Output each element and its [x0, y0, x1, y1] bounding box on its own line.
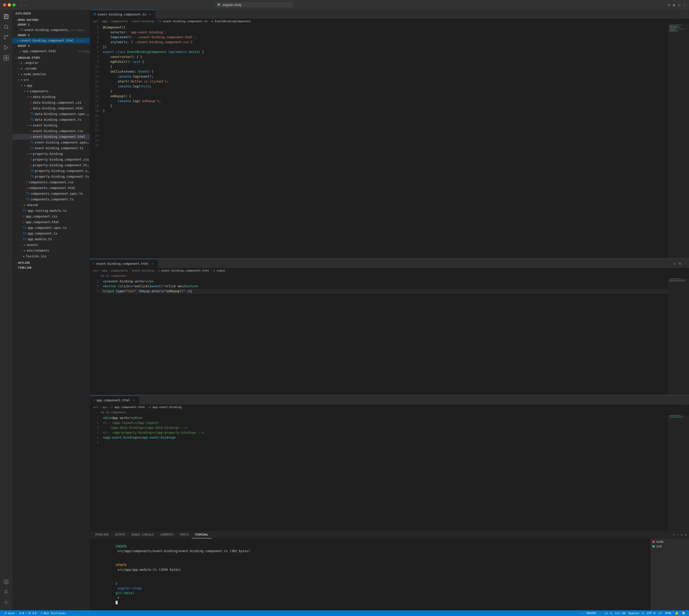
- app-folder[interactable]: ▾ ▾ app: [13, 83, 90, 88]
- data-binding-spec-file[interactable]: TS data-binding.component.spec.ts: [13, 111, 90, 117]
- encoding-item[interactable]: UTF-8: [645, 610, 657, 616]
- editor-scroll-2[interactable]: 123 <p>event-binding works!</p> <button …: [90, 278, 689, 395]
- panel-tab-problems[interactable]: PROBLEMS: [92, 531, 112, 538]
- tab-app-html-close[interactable]: ✕: [132, 398, 136, 402]
- panel-tab-comments[interactable]: COMMENTS: [157, 531, 177, 538]
- data-binding-css-file[interactable]: # data-binding.component.css: [13, 100, 90, 106]
- terminal-more-btn[interactable]: ···: [676, 533, 679, 536]
- panel-tab-terminal[interactable]: TERMINAL: [192, 531, 212, 538]
- sidebar-more-button[interactable]: ···: [80, 12, 87, 15]
- more-btn-3[interactable]: ···: [683, 398, 687, 402]
- project-section[interactable]: ▾ ANGULAR-STUDY: [13, 55, 90, 60]
- shared-folder[interactable]: › ▸ shared: [13, 202, 90, 208]
- explorer-activity-icon[interactable]: [2, 12, 11, 21]
- code-area-2[interactable]: 123 <p>event-binding works!</p> <button …: [90, 278, 689, 395]
- zsh-session[interactable]: zsh: [650, 544, 689, 549]
- property-binding-spec-file[interactable]: TS property-binding.component.spec.ts: [13, 168, 90, 174]
- event-binding-spec-file[interactable]: TS event-binding.component.spec.ts: [13, 140, 90, 145]
- property-binding-folder[interactable]: ▾ ▾ property-binding: [13, 151, 90, 157]
- git-branch-item[interactable]: ⎇ main: [2, 610, 17, 616]
- app-routing-file[interactable]: TS app-routing.module.ts: [13, 208, 90, 214]
- remote-activity-icon[interactable]: [2, 577, 11, 587]
- search-bar[interactable]: 🔍: [216, 2, 293, 7]
- fullscreen-icon[interactable]: ⤢: [683, 3, 686, 7]
- go-to-component-3[interactable]: Go to component: [90, 410, 689, 415]
- environments-folder[interactable]: › ▸ environments: [13, 248, 90, 254]
- app-component-spec-file[interactable]: TS app.component.spec.ts: [13, 225, 90, 231]
- tab-app-html[interactable]: ◇ app.component.html ✕: [90, 396, 139, 404]
- panel-content[interactable]: CREATE src/app/components/event-binding/…: [90, 538, 650, 610]
- maximize-button[interactable]: [13, 3, 16, 6]
- minimize-button[interactable]: [8, 3, 11, 6]
- debug-activity-icon[interactable]: [2, 43, 11, 52]
- ln-col-item[interactable]: Ln 3, Col 48: [603, 610, 627, 616]
- go-to-component-2[interactable]: Go to component: [90, 273, 689, 278]
- property-binding-html-file[interactable]: ◇ property-binding.component.html: [13, 162, 90, 168]
- open-editor-app-html[interactable]: ◇ app.component.html src/app: [13, 48, 90, 54]
- vscode-folder[interactable]: › ▸ .vscode: [13, 66, 90, 71]
- close-button[interactable]: [3, 3, 6, 6]
- src-folder[interactable]: ▾ ▾ src: [13, 77, 90, 83]
- notifications-item[interactable]: 🔔: [673, 610, 680, 616]
- event-binding-folder[interactable]: ▾ ▾ event-binding: [13, 123, 90, 128]
- language-item[interactable]: HTML: [664, 610, 674, 616]
- split-btn[interactable]: ⊞: [678, 261, 682, 266]
- settings-activity-icon[interactable]: [2, 598, 11, 607]
- broadcast-item[interactable]: 📡: [680, 610, 687, 616]
- sidebar-toggle-icon[interactable]: ▣: [672, 3, 676, 7]
- event-binding-ts-file[interactable]: TS event-binding.component.ts: [13, 145, 90, 151]
- line-ending-item[interactable]: LF: [657, 610, 663, 616]
- search-input[interactable]: [223, 3, 291, 7]
- tab-action-more[interactable]: ···: [683, 12, 687, 17]
- spaces-item[interactable]: Spaces: 4: [627, 610, 646, 616]
- terminal-close-btn[interactable]: ✕: [684, 533, 687, 536]
- errors-item[interactable]: ⊗ 0 ⚠ 0 ℹ 0: [18, 610, 38, 616]
- panel-tab-ports[interactable]: PORTS: [177, 531, 192, 538]
- editor-scroll-3[interactable]: 123456 <div>App works!</div> <!-- <app-l…: [90, 415, 689, 531]
- close-editor-icon[interactable]: ✕: [17, 39, 18, 42]
- app-component-ts-file[interactable]: TS app.component.ts: [13, 231, 90, 236]
- run-btn[interactable]: ▷: [673, 261, 676, 266]
- new-terminal-btn[interactable]: +: [673, 533, 675, 536]
- property-binding-ts-file[interactable]: TS property-binding.component.ts: [13, 174, 90, 179]
- code-area-1[interactable]: 23456 7891011 1213141516 1718192021 2223…: [90, 24, 689, 258]
- forward-button[interactable]: ›: [24, 2, 27, 7]
- open-editors-section[interactable]: ▾ OPEN EDITORS: [13, 17, 90, 22]
- data-binding-folder[interactable]: ▾ ▾ data-binding: [13, 94, 90, 100]
- open-editor-event-binding-html[interactable]: ✕ ◇ event-binding.component.html src/a..…: [13, 38, 90, 43]
- favicon-file[interactable]: ★ favicon.ico: [13, 254, 90, 259]
- code-area-3[interactable]: 123456 <div>App works!</div> <!-- <app-l…: [90, 415, 689, 531]
- angular-folder[interactable]: › ▸ .angular: [13, 60, 90, 66]
- app-component-css-file[interactable]: # app.component.css: [13, 214, 90, 219]
- layout-icon[interactable]: ⊞: [667, 3, 671, 7]
- search-activity-icon[interactable]: [2, 22, 11, 31]
- terminal-chevron-btn[interactable]: ∧: [681, 533, 683, 536]
- components-folder[interactable]: ▾ ▾ components: [13, 88, 90, 94]
- tab-html-close[interactable]: ✕: [150, 262, 154, 266]
- components-spec-file[interactable]: TS components.component.spec.ts: [13, 191, 90, 197]
- property-binding-css-file[interactable]: # property-binding.component.css: [13, 157, 90, 162]
- event-binding-css-file[interactable]: # event-binding.component.css: [13, 128, 90, 134]
- panel-toggle-icon[interactable]: ◫: [677, 3, 681, 7]
- outline-section[interactable]: › OUTLINE: [13, 260, 90, 265]
- components-css-file[interactable]: # components.component.css: [13, 179, 90, 185]
- editor-scroll-1[interactable]: 23456 7891011 1213141516 1718192021 2223…: [90, 24, 689, 258]
- components-html-file[interactable]: ◇ components.component.html: [13, 185, 90, 191]
- tab-ts-close[interactable]: ✕: [148, 13, 152, 17]
- node-modules-folder[interactable]: › ▸ node_modules: [13, 71, 90, 77]
- panel-tab-debug[interactable]: DEBUG CONSOLE: [129, 531, 157, 538]
- tab-event-binding-html[interactable]: ◇ event-binding.component.html ✕: [90, 259, 158, 268]
- source-control-activity-icon[interactable]: [2, 32, 11, 42]
- run-testcases-item[interactable]: ▷ Run Testcases: [40, 610, 68, 616]
- more-btn-2[interactable]: ···: [683, 261, 687, 266]
- node-session[interactable]: node: [650, 540, 689, 544]
- insert-mode-item[interactable]: -- INSERT --: [580, 610, 603, 616]
- back-button[interactable]: ‹: [20, 2, 23, 7]
- assets-folder[interactable]: › ▸ assets: [13, 242, 90, 248]
- tab-event-binding-ts[interactable]: TS event-binding.component.ts ✕: [90, 10, 155, 19]
- panel-tab-output[interactable]: OUTPUT: [112, 531, 129, 538]
- timeline-section[interactable]: › TIMELINE: [13, 265, 90, 270]
- open-editor-event-binding-ts[interactable]: TS event-binding.component.ts src/app/..…: [13, 27, 90, 33]
- data-binding-ts-file[interactable]: TS data-binding.component.ts: [13, 117, 90, 123]
- event-binding-html-file[interactable]: ◇ event-binding.component.html: [13, 134, 90, 140]
